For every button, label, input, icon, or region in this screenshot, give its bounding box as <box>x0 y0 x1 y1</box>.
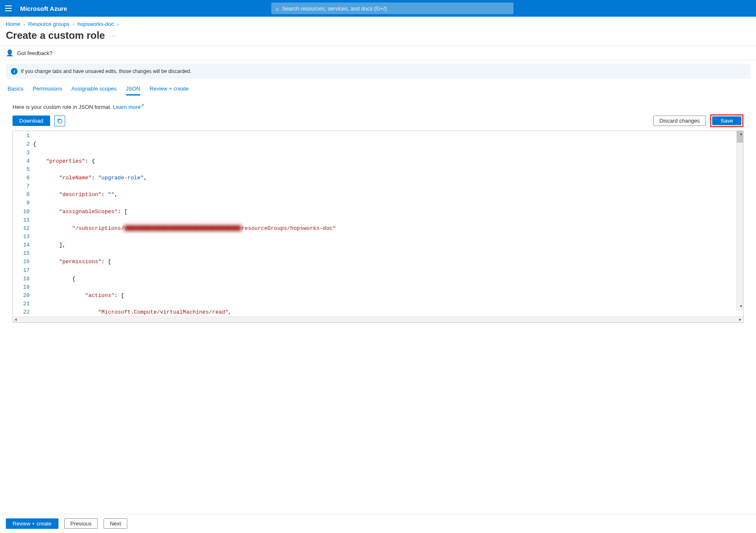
copy-button[interactable] <box>54 116 65 126</box>
chevron-right-icon: › <box>73 22 74 27</box>
svg-rect-0 <box>58 120 62 123</box>
external-link-icon: ↗ <box>141 103 144 108</box>
learn-more-link[interactable]: Learn more <box>113 104 141 110</box>
brand-label: Microsoft Azure <box>20 5 67 12</box>
intro-row: Here is your custom role in JSON format.… <box>13 103 743 110</box>
horizontal-scrollbar[interactable]: ◄ ► <box>13 317 743 322</box>
download-button[interactable]: Download <box>13 116 50 126</box>
more-actions-icon[interactable]: ··· <box>109 33 116 39</box>
scroll-up-icon[interactable]: ▲ <box>740 132 742 138</box>
page-title-row: Create a custom role ··· <box>0 28 756 45</box>
tab-review-create[interactable]: Review + create <box>149 85 189 96</box>
chevron-right-icon: › <box>117 22 119 27</box>
feedback-label[interactable]: Got feedback? <box>17 50 53 56</box>
intro-text: Here is your custom role in JSON format. <box>13 104 111 110</box>
tab-basics[interactable]: Basics <box>8 85 23 96</box>
json-toolbar: Download Discard changes Save <box>13 114 743 127</box>
review-create-button[interactable]: Review + create <box>6 518 58 529</box>
info-message-text: If you change tabs and have unsaved edit… <box>21 68 191 74</box>
feedback-bar: 👤 Got feedback? <box>0 45 756 60</box>
scroll-down-icon[interactable]: ▼ <box>740 304 742 310</box>
breadcrumb: Home › Resource groups › hopsworks-doc › <box>0 17 756 28</box>
json-editor[interactable]: 1234567891011121314151617181920212223 { … <box>13 131 743 322</box>
tab-assignable-scopes[interactable]: Assignable scopes <box>71 85 116 96</box>
scroll-right-icon[interactable]: ► <box>738 317 742 322</box>
info-message-bar: i If you change tabs and have unsaved ed… <box>6 64 750 79</box>
feedback-icon: 👤 <box>6 49 14 57</box>
tab-strip: Basics Permissions Assignable scopes JSO… <box>0 82 756 96</box>
search-input[interactable] <box>282 5 509 12</box>
discard-changes-button[interactable]: Discard changes <box>653 116 706 126</box>
footer-bar: Review + create Previous Next <box>0 514 756 533</box>
scroll-left-icon[interactable]: ◄ <box>14 317 18 322</box>
breadcrumb-home[interactable]: Home <box>6 21 20 27</box>
global-search[interactable]: ⌕ <box>271 3 513 14</box>
hamburger-menu-icon[interactable] <box>5 4 13 13</box>
global-header: Microsoft Azure ⌕ <box>0 0 756 17</box>
copy-icon <box>57 118 63 124</box>
chevron-right-icon: › <box>23 22 25 27</box>
line-number-gutter: 1234567891011121314151617181920212223 <box>13 131 33 316</box>
breadcrumb-resource-groups[interactable]: Resource groups <box>28 21 70 27</box>
info-icon: i <box>11 68 18 75</box>
content-area: Here is your custom role in JSON format.… <box>0 96 756 514</box>
breadcrumb-hopsworks-doc[interactable]: hopsworks-doc <box>78 21 114 27</box>
tab-json[interactable]: JSON <box>126 85 141 96</box>
save-button[interactable]: Save <box>712 116 741 125</box>
tab-permissions[interactable]: Permissions <box>33 85 62 96</box>
save-button-highlight: Save <box>710 114 743 127</box>
search-icon: ⌕ <box>276 5 279 12</box>
vertical-scrollbar[interactable]: ▲ ▼ <box>736 131 743 310</box>
previous-button[interactable]: Previous <box>64 518 98 529</box>
page-title: Create a custom role <box>6 30 105 41</box>
code-area[interactable]: { "properties": { "roleName": "upgrade-r… <box>33 131 743 316</box>
next-button[interactable]: Next <box>104 518 127 529</box>
